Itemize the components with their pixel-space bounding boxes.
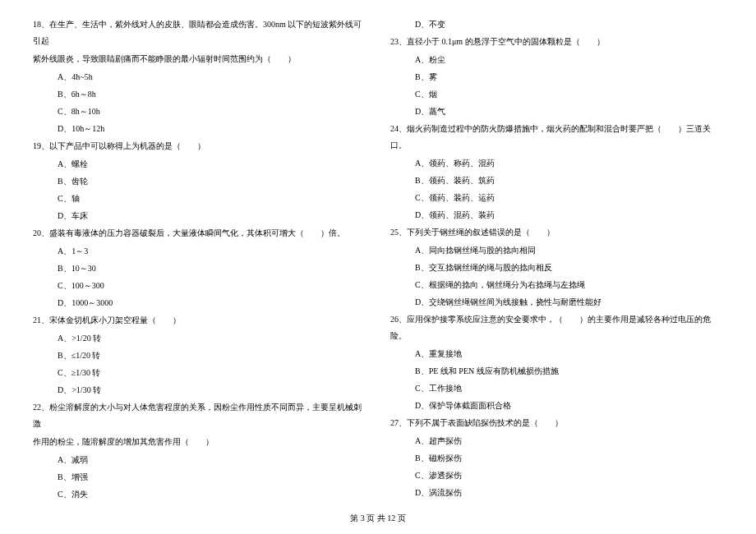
q18-option-d: D、10h～12h xyxy=(33,121,366,137)
q22-option-b: B、增强 xyxy=(33,469,366,486)
q19-text: 19、以下产品中可以称得上为机器的是（ ） xyxy=(33,138,366,154)
q20-option-d: D、1000～3000 xyxy=(33,295,366,311)
q26-option-d: D、保护导体截面面积合格 xyxy=(390,398,723,414)
q20-option-b: B、10～30 xyxy=(33,260,366,277)
q25-option-b: B、交互捻钢丝绳的绳与股的捻向相反 xyxy=(390,260,723,276)
q18-option-a: A、4h~5h xyxy=(33,69,366,85)
q25-option-a: A、同向捻钢丝绳与股的捻向相同 xyxy=(390,242,723,259)
q27-option-a: A、超声探伤 xyxy=(390,433,723,449)
q20-text: 20、盛装有毒液体的压力容器破裂后，大量液体瞬间气化，其体积可增大（ ）倍。 xyxy=(33,225,366,242)
q21-option-a: A、>1/20 转 xyxy=(33,330,366,347)
right-column: D、不变 23、直径小于 0.1μm 的悬浮于空气中的固体颗粒是（ ） A、粉尘… xyxy=(390,16,723,504)
q18-text-line2: 紫外线眼炎，导致眼睛剧痛而不能睁眼的最小辐射时间范围约为（ ） xyxy=(33,51,366,67)
q24-option-d: D、领药、混药、装药 xyxy=(390,207,723,223)
q19-option-c: C、轴 xyxy=(33,191,366,207)
q18-text-line1: 18、在生产、生活中，紫外线对人的皮肤、眼睛都会造成伤害。300nm 以下的短波… xyxy=(33,16,366,49)
q24-option-c: C、领药、装药、运药 xyxy=(390,190,723,206)
q23-option-b: B、雾 xyxy=(390,69,723,85)
q24-text: 24、烟火药制造过程中的防火防爆措施中，烟火药的配制和混合时要严把（ ）三道关口… xyxy=(390,121,723,154)
q21-text: 21、宋体金切机床小刀架空程量（ ） xyxy=(33,312,366,329)
q27-option-c: C、渗透探伤 xyxy=(390,467,723,484)
q26-option-b: B、PE 线和 PEN 线应有防机械损伤措施 xyxy=(390,363,723,380)
q20-option-c: C、100～300 xyxy=(33,278,366,294)
q22-option-c: C、消失 xyxy=(33,486,366,503)
q23-option-d: D、蒸气 xyxy=(390,104,723,120)
q26-option-c: C、工作接地 xyxy=(390,380,723,397)
q22-text-line1: 22、粉尘溶解度的大小与对人体危害程度的关系，因粉尘作用性质不同而异，主要呈机械… xyxy=(33,399,366,432)
q26-text: 26、应用保护接零系统应注意的安全要求中，（ ）的主要作用是减轻各种过电压的危险… xyxy=(390,311,723,344)
q21-option-d: D、>1/30 转 xyxy=(33,382,366,398)
q20-option-a: A、1～3 xyxy=(33,243,366,260)
q22-text-line2: 作用的粉尘，随溶解度的增加其危害作用（ ） xyxy=(33,434,366,450)
q25-text: 25、下列关于钢丝绳的叙述错误的是（ ） xyxy=(390,224,723,241)
q27-text: 27、下列不属于表面缺陷探伤技术的是（ ） xyxy=(390,415,723,431)
q23-option-c: C、烟 xyxy=(390,86,723,103)
left-column: 18、在生产、生活中，紫外线对人的皮肤、眼睛都会造成伤害。300nm 以下的短波… xyxy=(33,16,366,504)
q22-option-a: A、减弱 xyxy=(33,452,366,468)
page-footer: 第 3 页 共 12 页 xyxy=(0,513,756,524)
q19-option-a: A、螺栓 xyxy=(33,156,366,173)
q25-option-d: D、交绕钢丝绳钢丝间为线接触，挠性与耐磨性能好 xyxy=(390,294,723,311)
content-area: 18、在生产、生活中，紫外线对人的皮肤、眼睛都会造成伤害。300nm 以下的短波… xyxy=(33,16,723,504)
q26-option-a: A、重复接地 xyxy=(390,346,723,362)
q23-option-a: A、粉尘 xyxy=(390,52,723,68)
q19-option-b: B、齿轮 xyxy=(33,173,366,190)
q27-option-d: D、涡流探伤 xyxy=(390,485,723,501)
q25-option-c: C、根据绳的捻向，钢丝绳分为右捻绳与左捻绳 xyxy=(390,277,723,293)
q18-option-b: B、6h～8h xyxy=(33,86,366,103)
q18-option-c: C、8h～10h xyxy=(33,104,366,120)
q24-option-a: A、领药、称药、混药 xyxy=(390,155,723,172)
q24-option-b: B、领药、装药、筑药 xyxy=(390,173,723,189)
q27-option-b: B、磁粉探伤 xyxy=(390,450,723,467)
q23-text: 23、直径小于 0.1μm 的悬浮于空气中的固体颗粒是（ ） xyxy=(390,34,723,50)
q22-option-d: D、不变 xyxy=(390,16,723,33)
q21-option-c: C、≥1/30 转 xyxy=(33,365,366,381)
q21-option-b: B、≤1/20 转 xyxy=(33,348,366,364)
q19-option-d: D、车床 xyxy=(33,208,366,224)
